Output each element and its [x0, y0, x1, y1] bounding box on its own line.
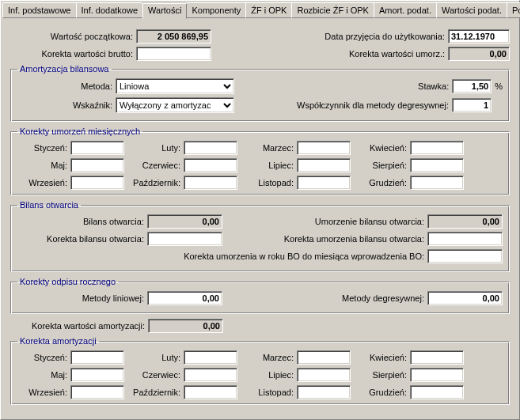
- lbl-mar: Marzec:: [244, 143, 294, 153]
- lbl2-apr: Kwiecień:: [357, 353, 407, 362]
- tab-rozbicie-zf-i-opk[interactable]: Rozbicie ŹF i OPK: [291, 2, 374, 18]
- group-bilans-legend: Bilans otwarcia: [17, 200, 81, 210]
- korum-jul-input[interactable]: [297, 158, 351, 172]
- kumbo-input[interactable]: [427, 232, 503, 246]
- date-label: Data przyjęcia do użytkowania:: [325, 32, 445, 41]
- korum-may-input[interactable]: [70, 158, 124, 172]
- lbl-sep: Wrzesień:: [17, 178, 67, 187]
- odpis-lin-input[interactable]: [147, 291, 222, 305]
- koram-jan-input[interactable]: [70, 350, 124, 365]
- lbl-dec: Grudzień:: [357, 178, 407, 187]
- lbl2-sep: Wrzesień:: [17, 388, 67, 397]
- lbl2-dec: Grudzień:: [357, 388, 407, 397]
- koram-jul-input[interactable]: [297, 368, 351, 382]
- korum-nov-input[interactable]: [297, 176, 351, 190]
- group-amortyzacja-bilansowa: Amortyzacja bilansowa Metoda: Liniowa St…: [10, 64, 510, 122]
- bo-field: 0,00: [147, 214, 222, 229]
- bo-label: Bilans otwarcia:: [17, 217, 144, 226]
- rate-label: Stawka:: [418, 81, 449, 91]
- indicator-label: Wskaźnik:: [17, 100, 112, 110]
- kwa-field: 0,00: [148, 319, 223, 333]
- tab-content: Wartość początkowa: 2 050 869,95 Data pr…: [2, 23, 518, 413]
- bo-long-input[interactable]: [427, 249, 503, 263]
- korum-jan-input[interactable]: [70, 141, 124, 155]
- korum-jun-input[interactable]: [184, 158, 237, 172]
- lbl-aug: Sierpień:: [357, 161, 407, 170]
- koram-oct-input[interactable]: [184, 385, 237, 399]
- lbl-nov: Listopad:: [244, 178, 294, 187]
- group-korekty-odpisu-legend: Korekty odpisu rocznego: [17, 277, 118, 286]
- korum-aug-input[interactable]: [410, 158, 464, 172]
- method-select[interactable]: Liniowa: [116, 78, 234, 94]
- dialog-window: Inf. podstawowe Inf. dodatkowe Wartości …: [0, 0, 520, 420]
- koram-may-input[interactable]: [70, 368, 124, 382]
- koram-aug-input[interactable]: [410, 368, 464, 382]
- group-korekty-umorzen: Korekty umorzeń miesięcznych Styczeń: Lu…: [10, 127, 510, 195]
- lbl2-jan: Styczeń:: [17, 353, 67, 362]
- tab-potencjaly[interactable]: Potencjały: [507, 2, 520, 18]
- koram-nov-input[interactable]: [297, 385, 351, 399]
- acceptance-date-input[interactable]: [448, 29, 510, 44]
- lbl-feb: Luty:: [131, 143, 180, 153]
- group-korekty-odpisu: Korekty odpisu rocznego Metody liniowej:…: [10, 277, 510, 314]
- lbl2-may: Maj:: [17, 370, 67, 380]
- group-korekta-amortyzacji: Korekta amortyzacji Styczeń: Luty: Marze…: [10, 336, 510, 405]
- korum-sep-input[interactable]: [70, 176, 124, 190]
- umbo-label: Umorzenie bilansu otwarcia:: [315, 217, 424, 226]
- tab-zf-i-opk[interactable]: ŹF i OPK: [245, 2, 292, 18]
- tab-wartosci-podat[interactable]: Wartości podat.: [436, 2, 507, 18]
- bo-long-label: Korekta umorzenia w roku BO do miesiąca …: [184, 252, 424, 261]
- tab-inf-dodatkowe[interactable]: Inf. dodatkowe: [76, 2, 144, 18]
- lbl-oct: Październik:: [131, 178, 180, 187]
- lbl2-oct: Październik:: [131, 388, 180, 397]
- koram-mar-input[interactable]: [297, 350, 351, 365]
- kwa-label: Korekta wartości amortyzacji:: [10, 321, 145, 331]
- initial-value-field: 2 050 869,95: [136, 29, 211, 44]
- odpis-deg-input[interactable]: [427, 291, 503, 305]
- korum-apr-input[interactable]: [410, 141, 464, 155]
- lbl2-aug: Sierpień:: [357, 370, 407, 380]
- kbo-label: Korekta bilansu otwarcia:: [17, 234, 144, 244]
- kbo-input[interactable]: [147, 232, 222, 246]
- method-label: Metoda:: [17, 81, 112, 91]
- koram-sep-input[interactable]: [70, 385, 124, 399]
- lbl-jan: Styczeń:: [17, 143, 67, 153]
- odpis-deg-label: Metody degresywnej:: [342, 293, 424, 303]
- tab-wartosci[interactable]: Wartości: [142, 3, 187, 19]
- group-amortyzacja-legend: Amortyzacja bilansowa: [17, 64, 112, 74]
- degressive-factor-input[interactable]: [452, 98, 492, 112]
- group-korekty-umorzen-legend: Korekty umorzeń miesięcznych: [17, 127, 142, 136]
- korum-mar-input[interactable]: [297, 141, 351, 155]
- korum-oct-input[interactable]: [184, 176, 237, 190]
- tab-komponenty[interactable]: Komponenty: [186, 2, 246, 18]
- lbl2-feb: Luty:: [131, 353, 180, 362]
- lbl-may: Maj:: [17, 161, 67, 170]
- lbl2-mar: Marzec:: [244, 353, 294, 362]
- koram-dec-input[interactable]: [410, 385, 464, 399]
- lbl2-jun: Czerwiec:: [131, 370, 180, 380]
- initial-value-label: Wartość początkowa:: [10, 32, 133, 41]
- koram-feb-input[interactable]: [184, 350, 237, 365]
- odpis-lin-label: Metody liniowej:: [17, 293, 144, 303]
- lbl2-nov: Listopad:: [244, 388, 294, 397]
- gross-correction-input[interactable]: [136, 47, 211, 61]
- group-bilans-otwarcia: Bilans otwarcia Bilans otwarcia: 0,00 Um…: [10, 200, 510, 272]
- depr-correction-field: 0,00: [448, 47, 510, 61]
- tab-bar: Inf. podstawowe Inf. dodatkowe Wartości …: [2, 2, 518, 18]
- umbo-field: 0,00: [427, 214, 503, 229]
- tab-inf-podstawowe[interactable]: Inf. podstawowe: [2, 2, 77, 18]
- tab-amort-podat[interactable]: Amort. podat.: [374, 2, 437, 18]
- rate-input[interactable]: [452, 79, 492, 93]
- depr-correction-label: Korekta wartości umorz.:: [349, 49, 445, 59]
- rate-suffix: %: [495, 81, 503, 91]
- korum-feb-input[interactable]: [184, 141, 237, 155]
- koram-jun-input[interactable]: [184, 368, 237, 382]
- kumbo-label: Korekta umorzenia bilansu otwarcia:: [284, 234, 424, 244]
- gross-correction-label: Korekta wartości brutto:: [10, 49, 133, 59]
- lbl-jun: Czerwiec:: [131, 161, 180, 170]
- lbl2-jul: Lipiec:: [244, 370, 294, 380]
- indicator-select[interactable]: Wyłączony z amortyzac: [116, 97, 234, 113]
- koram-apr-input[interactable]: [410, 350, 464, 365]
- lbl-apr: Kwiecień:: [357, 143, 407, 153]
- korum-dec-input[interactable]: [410, 176, 464, 190]
